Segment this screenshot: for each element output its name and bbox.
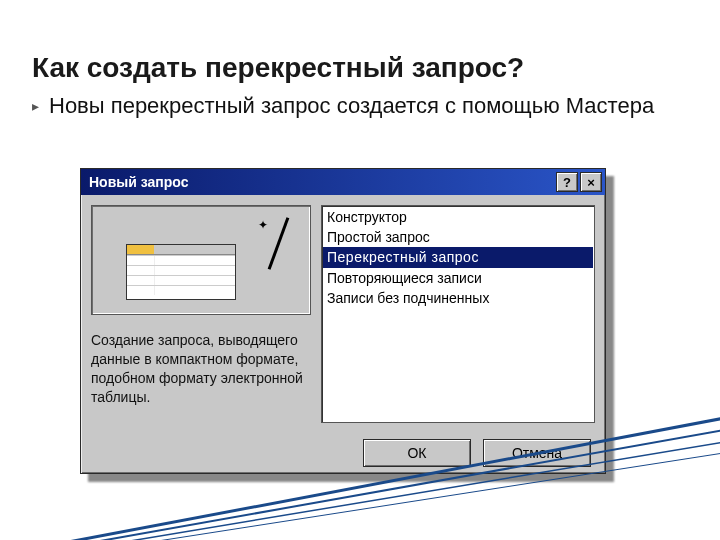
sparkle-icon: ✦ xyxy=(258,218,268,232)
dialog-body: ✦ Создание запроса, выводящего данные в … xyxy=(81,195,605,433)
list-item[interactable]: Записи без подчиненных xyxy=(323,288,593,308)
list-item[interactable]: Простой запрос xyxy=(323,227,593,247)
ok-button[interactable]: ОК xyxy=(363,439,471,467)
list-item-selected[interactable]: Перекрестный запрос xyxy=(323,247,593,267)
bullet-text: Новы перекрестный запрос создается с пом… xyxy=(49,92,654,120)
bullet-row: ▸ Новы перекрестный запрос создается с п… xyxy=(32,92,672,120)
wand-icon xyxy=(268,217,290,270)
dialog-window: Новый запрос ? × ✦ Создание запроса, выв… xyxy=(80,168,606,474)
preview-image: ✦ xyxy=(91,205,311,315)
query-type-listbox[interactable]: Конструктор Простой запрос Перекрестный … xyxy=(321,205,595,423)
left-panel: ✦ Создание запроса, выводящего данные в … xyxy=(91,205,311,423)
list-item[interactable]: Конструктор xyxy=(323,207,593,227)
titlebar-buttons: ? × xyxy=(556,172,602,192)
button-row: ОК Отмена xyxy=(81,433,605,473)
help-button[interactable]: ? xyxy=(556,172,578,192)
description-text: Создание запроса, выводящего данные в ко… xyxy=(91,331,309,407)
list-item[interactable]: Повторяющиеся записи xyxy=(323,268,593,288)
preview-table-icon xyxy=(126,244,236,300)
page-heading: Как создать перекрестный запрос? xyxy=(32,52,524,84)
titlebar[interactable]: Новый запрос ? × xyxy=(81,169,605,195)
close-button[interactable]: × xyxy=(580,172,602,192)
cancel-button[interactable]: Отмена xyxy=(483,439,591,467)
bullet-icon: ▸ xyxy=(32,98,39,114)
titlebar-title: Новый запрос xyxy=(89,174,188,190)
